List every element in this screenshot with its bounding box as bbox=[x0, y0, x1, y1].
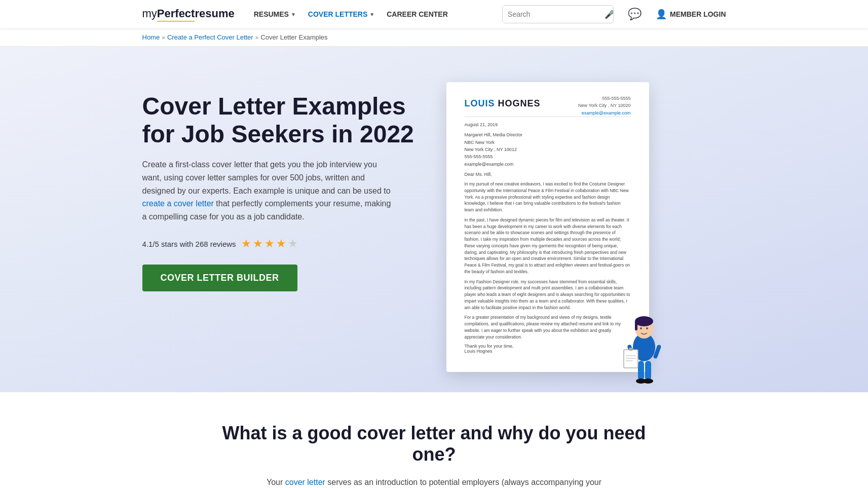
svg-point-2 bbox=[635, 316, 653, 326]
breadcrumb-sep-2: » bbox=[255, 34, 259, 41]
member-login-link[interactable]: 👤 MEMBER LOGIN bbox=[656, 9, 726, 20]
rating-text: 4.1/5 stars with 268 reviews bbox=[142, 240, 236, 248]
user-icon: 👤 bbox=[656, 9, 667, 20]
svg-point-16 bbox=[646, 327, 648, 329]
svg-point-9 bbox=[643, 379, 653, 384]
create-cover-letter-link[interactable]: create a cover letter bbox=[142, 199, 214, 208]
hero-section: Cover Letter Examples for Job Seekers in… bbox=[0, 47, 868, 392]
letter-body: In my pursuit of new creative endeavors,… bbox=[465, 181, 631, 340]
hero-description: Create a first-class cover letter that g… bbox=[142, 158, 396, 223]
hero-title: Cover Letter Examples for Job Seekers in… bbox=[142, 92, 426, 148]
breadcrumb-current: Cover Letter Examples bbox=[260, 33, 327, 41]
svg-rect-6 bbox=[638, 361, 644, 380]
breadcrumb-bar: Home » Create a Perfect Cover Letter » C… bbox=[0, 28, 868, 47]
svg-point-15 bbox=[640, 327, 642, 329]
hero-preview: LOUIS HOGNES 555-555-5555 New York City … bbox=[446, 82, 669, 372]
star-1: ★ bbox=[241, 237, 251, 250]
resumes-chevron-icon: ▼ bbox=[291, 12, 296, 17]
letter-divider bbox=[465, 117, 631, 117]
letter-salutation: Dear Ms. Hill, bbox=[465, 172, 631, 177]
section2-title: What is a good cover letter and why do y… bbox=[206, 423, 662, 465]
search-mic-button[interactable]: 🎤 bbox=[601, 6, 614, 23]
letter-email-link[interactable]: example@example.com bbox=[582, 110, 631, 116]
star-4-half: ★ bbox=[276, 237, 286, 250]
letter-date: August 21, 2019 bbox=[465, 122, 631, 127]
letter-contact: 555-555-5555 New York City , NY 10020 ex… bbox=[578, 95, 630, 117]
svg-rect-7 bbox=[645, 361, 651, 380]
svg-rect-3 bbox=[635, 321, 637, 330]
nav-career-center[interactable]: CAREER CENTER bbox=[382, 7, 453, 21]
chat-icon: 💬 bbox=[628, 8, 641, 21]
breadcrumb-step2[interactable]: Create a Perfect Cover Letter bbox=[167, 33, 253, 41]
cover-letters-chevron-icon: ▼ bbox=[369, 12, 374, 17]
nav-resumes[interactable]: RESUMES ▼ bbox=[249, 7, 301, 21]
hero-content: Cover Letter Examples for Job Seekers in… bbox=[142, 77, 426, 291]
search-input[interactable] bbox=[503, 6, 601, 23]
cover-letter-builder-button[interactable]: COVER LETTER BUILDER bbox=[142, 265, 297, 291]
site-logo[interactable]: myPerfectresume bbox=[142, 7, 235, 22]
rating-row: 4.1/5 stars with 268 reviews ★ ★ ★ ★ ★ bbox=[142, 237, 426, 250]
svg-rect-10 bbox=[624, 350, 638, 368]
search-bar: 🎤 🔍 bbox=[502, 5, 614, 23]
nav-cover-letters[interactable]: COVER LETTERS ▼ bbox=[303, 7, 380, 21]
star-3: ★ bbox=[265, 237, 275, 250]
letter-closing: Thank you for your time, Louis Hognes bbox=[465, 344, 631, 354]
main-nav: RESUMES ▼ COVER LETTERS ▼ CAREER CENTER bbox=[249, 7, 488, 21]
section-what-is-cover-letter: What is a good cover letter and why do y… bbox=[0, 392, 868, 488]
letter-recipient: Margaret Hill, Media Director NBC New Yo… bbox=[465, 131, 631, 168]
section2-description: Your cover letter serves as an introduct… bbox=[206, 475, 662, 488]
breadcrumb-home[interactable]: Home bbox=[142, 33, 160, 41]
chat-button[interactable]: 💬 bbox=[628, 8, 641, 21]
breadcrumb-sep-1: » bbox=[162, 34, 165, 41]
star-5-empty: ★ bbox=[288, 237, 298, 250]
cover-letter-link[interactable]: cover letter bbox=[285, 478, 325, 486]
svg-rect-11 bbox=[629, 348, 633, 351]
header: myPerfectresume RESUMES ▼ COVER LETTERS … bbox=[0, 0, 868, 28]
star-2: ★ bbox=[253, 237, 263, 250]
star-rating: ★ ★ ★ ★ ★ bbox=[241, 237, 298, 250]
hero-illustration bbox=[614, 299, 685, 392]
